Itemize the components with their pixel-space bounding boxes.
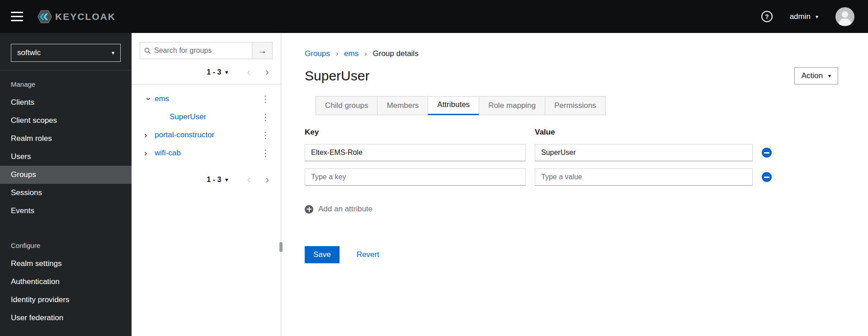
realm-selector[interactable]: softwlc ▾ (11, 44, 121, 62)
kebab-menu-icon[interactable]: ⋮ (260, 112, 271, 121)
tab-members[interactable]: Members (377, 96, 428, 115)
tab-child-groups[interactable]: Child groups (316, 96, 377, 115)
pagination-range-dropdown[interactable]: 1 - 3 ▾ (207, 176, 228, 184)
revert-button[interactable]: Revert (357, 250, 379, 259)
help-icon[interactable]: ? (761, 11, 773, 22)
caret-down-icon: ▾ (225, 177, 228, 183)
remove-attribute-icon[interactable] (762, 172, 772, 182)
attribute-key-input[interactable] (305, 144, 526, 161)
tab-bar: Child groups Members Attributes Role map… (316, 96, 838, 115)
save-button[interactable]: Save (305, 246, 340, 263)
breadcrumb-current: Group details (373, 49, 419, 58)
group-link-wifi-cab[interactable]: wifi-cab (155, 149, 181, 158)
pagination-chevrons: ‹ › (247, 66, 269, 78)
sidebar-item-users[interactable]: Users (0, 148, 132, 166)
pagination-next-button[interactable]: › (265, 66, 269, 78)
sidebar-item-authentication[interactable]: Authentication (0, 273, 132, 291)
tree-row-portal-constructor: › portal-constructor ⋮ (132, 126, 281, 144)
title-row: SuperUser Action ▾ (305, 67, 838, 84)
key-column-header: Key (305, 128, 526, 137)
main-content: Groups › ems › Group details SuperUser A… (281, 33, 868, 336)
action-label: Action (802, 71, 823, 80)
add-attribute-label: Add an attribute (318, 205, 373, 214)
tab-permissions[interactable]: Permissions (545, 96, 606, 115)
sidebar-item-user-federation[interactable]: User federation (0, 309, 132, 327)
sidebar-item-identity-providers[interactable]: Identity providers (0, 291, 132, 309)
chevron-right-icon[interactable]: › (144, 148, 155, 158)
sidebar-item-groups[interactable]: Groups (0, 166, 132, 184)
tree-row-superuser: SuperUser ⋮ (132, 108, 281, 126)
kebab-menu-icon[interactable]: ⋮ (260, 94, 271, 103)
groups-search-row: → (140, 42, 273, 59)
tree-row-ems: › ems ⋮ (132, 90, 281, 108)
person-icon (835, 7, 854, 26)
sidebar-item-client-scopes[interactable]: Client scopes (0, 112, 132, 130)
panel-resize-handle[interactable] (279, 242, 283, 252)
help-glyph: ? (765, 13, 769, 20)
chevron-down-icon: ▾ (816, 14, 818, 20)
nav-spacer (0, 220, 132, 232)
breadcrumb-separator-icon: › (364, 50, 367, 58)
group-link-ems[interactable]: ems (155, 94, 169, 103)
groups-search-box (140, 42, 252, 59)
tree-row-wifi-cab: › wifi-cab ⋮ (132, 144, 281, 162)
chevron-down-icon: ▾ (112, 50, 114, 56)
form-actions: Save Revert (305, 246, 838, 263)
pagination-next-button[interactable]: › (265, 174, 269, 185)
avatar[interactable] (835, 7, 854, 26)
header-actions: ? admin ▾ (761, 7, 854, 26)
remove-attribute-icon[interactable] (762, 148, 772, 158)
pagination-range-label: 1 - 3 (207, 176, 221, 184)
pagination-range-dropdown[interactable]: 1 - 3 ▾ (207, 68, 228, 76)
realm-selector-wrap: softwlc ▾ (0, 33, 132, 70)
chevron-down-icon[interactable]: › (144, 95, 154, 103)
pagination-top: 1 - 3 ▾ ‹ › (132, 59, 281, 84)
groups-tree-panel: → 1 - 3 ▾ ‹ › › ems ⋮ SuperUser ⋮ (132, 33, 281, 336)
breadcrumb-groups[interactable]: Groups (305, 49, 330, 58)
sidebar-item-clients[interactable]: Clients (0, 93, 132, 112)
breadcrumb: Groups › ems › Group details (305, 49, 838, 58)
caret-down-icon: ▾ (225, 69, 228, 75)
chevron-right-icon[interactable]: › (144, 130, 155, 140)
sidebar-item-sessions[interactable]: Sessions (0, 184, 132, 202)
attribute-value-input[interactable] (535, 168, 753, 186)
sidebar-item-realm-roles[interactable]: Realm roles (0, 130, 132, 148)
top-header: KEYCLOAK ? admin ▾ (0, 0, 868, 33)
user-menu[interactable]: admin ▾ (790, 12, 818, 21)
kebab-menu-icon[interactable]: ⋮ (260, 149, 271, 158)
page-title: SuperUser (305, 68, 369, 84)
add-attribute-button[interactable]: Add an attribute (305, 205, 373, 214)
pagination-bottom: 1 - 3 ▾ ‹ › (132, 162, 281, 191)
username: admin (790, 12, 811, 21)
search-icon (144, 47, 151, 54)
search-submit-button[interactable]: → (252, 42, 273, 59)
nav-section-configure: Configure (0, 232, 132, 255)
plus-circle-icon (305, 205, 313, 214)
kebab-menu-icon[interactable]: ⋮ (260, 131, 271, 140)
hamburger-menu-button[interactable] (11, 12, 23, 21)
sidebar-item-realm-settings[interactable]: Realm settings (0, 255, 132, 273)
caret-down-icon: ▾ (828, 73, 831, 79)
tab-role-mapping[interactable]: Role mapping (479, 96, 545, 115)
nav-section-manage: Manage (0, 70, 132, 93)
sidebar-item-events[interactable]: Events (0, 202, 132, 220)
breadcrumb-ems[interactable]: ems (344, 49, 359, 58)
pagination-prev-button[interactable]: ‹ (247, 66, 250, 78)
tab-attributes[interactable]: Attributes (428, 96, 479, 115)
group-link-portal-constructor[interactable]: portal-constructor (155, 131, 214, 140)
pagination-chevrons: ‹ › (247, 174, 269, 185)
keycloak-logo-icon (37, 9, 53, 25)
realm-name: softwlc (17, 48, 41, 57)
attribute-value-input[interactable] (535, 144, 753, 161)
action-dropdown[interactable]: Action ▾ (794, 67, 838, 84)
groups-search-input[interactable] (154, 47, 248, 55)
attribute-key-input[interactable] (305, 168, 526, 186)
attributes-table: Key Value (305, 128, 838, 186)
pagination-prev-button[interactable]: ‹ (247, 174, 250, 185)
sidebar-nav: softwlc ▾ Manage Clients Client scopes R… (0, 33, 132, 336)
keycloak-logo: KEYCLOAK (37, 9, 116, 25)
arrow-right-icon: → (258, 46, 267, 56)
pagination-range-label: 1 - 3 (207, 68, 221, 76)
group-link-superuser[interactable]: SuperUser (170, 112, 206, 121)
groups-tree: › ems ⋮ SuperUser ⋮ › portal-constructor… (132, 84, 281, 162)
